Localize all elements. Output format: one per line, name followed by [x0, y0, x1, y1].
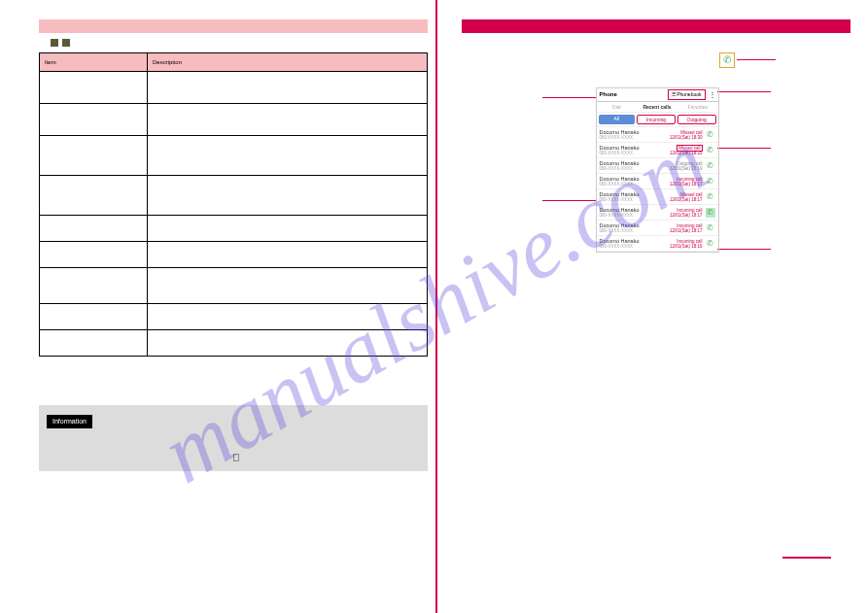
phone-mockup: Phone ☰ Phonebook ⋮ Dial Recent calls Fa…: [596, 87, 719, 253]
call-info: Docomo Hanako 080-XXXX-XXXX: [600, 207, 670, 218]
filter-row: All Incoming Outgoing: [597, 113, 718, 127]
table-cell: [40, 242, 148, 268]
table-cell: [148, 330, 428, 357]
table-cell: [148, 176, 428, 216]
call-dial-icon[interactable]: ✆: [706, 208, 715, 218]
table-cell: [40, 216, 148, 242]
tab-recent[interactable]: Recent calls: [637, 102, 677, 112]
call-row[interactable]: Docomo Hanako 080-XXXX-XXXX Incoming cal…: [597, 236, 718, 252]
anno-line: [717, 249, 771, 250]
tabs: Dial Recent calls Favorites: [597, 102, 718, 113]
phonebook-button[interactable]: ☰ Phonebook: [668, 89, 706, 100]
table-cell: [40, 304, 148, 330]
anno-line: [542, 97, 596, 98]
table-cell: [148, 104, 428, 136]
call-number: 080-XXXX-XXXX: [600, 244, 670, 249]
anno-line: [737, 59, 776, 60]
phone-title: Phone: [597, 88, 667, 101]
call-number: 080-XXXX-XXXX: [600, 228, 670, 233]
call-dial-icon[interactable]: ✆: [706, 177, 715, 187]
table-cell: [148, 216, 428, 242]
table-cell: [40, 330, 148, 357]
call-dial-icon[interactable]: ✆: [706, 161, 715, 171]
call-number: 080-XXXX-XXXX: [600, 166, 670, 171]
icon-box-2: [62, 39, 70, 47]
call-row[interactable]: Docomo Hanako 080-XXXX-XXXX Missed call1…: [597, 127, 718, 143]
menu-icon[interactable]: ⋮: [707, 88, 718, 101]
call-info: Docomo Hanako 080-XXXX-XXXX: [600, 238, 670, 249]
call-meta: Missed call12/01(Sat) 18:25: [670, 146, 706, 155]
call-meta: Incoming call12/01(Sat) 18:16: [670, 239, 706, 249]
call-info: Docomo Hanako 080-XXXX-XXXX: [600, 145, 670, 155]
icons-row: [51, 39, 428, 49]
tab-favorites[interactable]: Favorites: [677, 102, 718, 112]
call-info: Docomo Hanako 080-XXXX-XXXX: [600, 129, 670, 140]
filter-all[interactable]: All: [599, 115, 636, 124]
call-dial-icon[interactable]: ✆: [706, 192, 715, 202]
call-info: Docomo Hanako 080-XXXX-XXXX: [600, 191, 670, 202]
right-header-bar: [462, 19, 851, 33]
th-desc: Description: [148, 53, 428, 72]
call-meta: Incoming call12/01(Sat) 18:17: [670, 177, 706, 187]
call-row[interactable]: Docomo Hanako 080-XXXX-XXXX Incoming cal…: [597, 205, 718, 221]
table-cell: [40, 104, 148, 136]
call-info: Docomo Hanako 080-XXXX-XXXX: [600, 222, 670, 233]
call-meta: Incoming call12/01(Sat) 18:17: [670, 208, 706, 218]
call-number: 080-XXXX-XXXX: [600, 135, 670, 140]
anno-line: [717, 91, 771, 92]
call-info: Docomo Hanako 080-XXXX-XXXX: [600, 160, 670, 171]
phone-mock-wrapper: Phone ☰ Phonebook ⋮ Dial Recent calls Fa…: [596, 87, 717, 253]
filter-incoming[interactable]: Incoming: [637, 115, 676, 124]
call-list: Docomo Hanako 080-XXXX-XXXX Missed call1…: [597, 127, 718, 252]
call-dial-icon[interactable]: ✆: [706, 239, 715, 249]
left-header-bar: [39, 19, 428, 33]
table-cell: [148, 242, 428, 268]
table-cell: [148, 72, 428, 104]
call-meta: Missed call12/01(Sat) 18:30: [670, 130, 706, 140]
call-row[interactable]: Docomo Hanako 080-XXXX-XXXX Incoming cal…: [597, 174, 718, 189]
small-icon: [233, 454, 239, 461]
info-title: Information: [47, 415, 92, 428]
call-number: 080-XXXX-XXXX: [600, 151, 670, 155]
th-item: Item: [40, 53, 148, 72]
left-page: Item Description Information: [39, 19, 428, 583]
call-info: Docomo Hanako 080-XXXX-XXXX: [600, 176, 670, 187]
call-meta: Outgoing call12/01(Sat) 18:19: [670, 161, 706, 171]
table-cell: [148, 136, 428, 176]
table-cell: [40, 136, 148, 176]
settings-table: Item Description: [39, 52, 428, 357]
call-meta: Missed call12/01(Sat) 18:17: [670, 192, 706, 202]
call-row[interactable]: Docomo Hanako 080-XXXX-XXXX Missed call1…: [597, 143, 718, 158]
icon-box-1: [51, 39, 58, 47]
call-dial-icon[interactable]: ✆: [706, 146, 715, 155]
anno-line: [542, 200, 596, 201]
call-meta: Incoming call12/01(Sat) 18:17: [670, 223, 706, 233]
phone-titlebar: Phone ☰ Phonebook ⋮: [597, 88, 718, 102]
call-number: 080-XXXX-XXXX: [600, 213, 670, 218]
table-cell: [40, 72, 148, 104]
right-page: ✆ Phone ☰ Phonebook ⋮ Dial Recent calls …: [462, 19, 851, 583]
call-row[interactable]: Docomo Hanako 080-XXXX-XXXX Incoming cal…: [597, 221, 718, 236]
call-number: 080-XXXX-XXXX: [600, 182, 670, 187]
filter-outgoing[interactable]: Outgoing: [677, 115, 716, 124]
call-dial-icon[interactable]: ✆: [706, 223, 715, 233]
phone-app-icon[interactable]: ✆: [719, 52, 735, 68]
footer-accent: [782, 557, 831, 559]
table-cell: [148, 268, 428, 304]
call-number: 080-XXXX-XXXX: [600, 197, 670, 202]
tab-dial[interactable]: Dial: [597, 102, 638, 112]
anno-line: [717, 148, 771, 149]
call-row[interactable]: Docomo Hanako 080-XXXX-XXXX Missed call1…: [597, 189, 718, 205]
table-cell: [40, 268, 148, 304]
call-dial-icon[interactable]: ✆: [706, 130, 715, 140]
call-row[interactable]: Docomo Hanako 080-XXXX-XXXX Outgoing cal…: [597, 158, 718, 174]
page-divider: [435, 0, 437, 613]
table-cell: [148, 304, 428, 330]
table-cell: [40, 176, 148, 216]
info-box: Information: [39, 405, 428, 471]
